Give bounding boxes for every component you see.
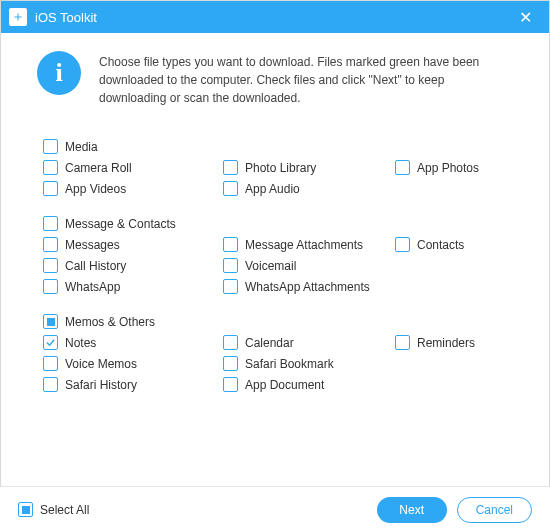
checkbox-messages[interactable] [43, 237, 58, 252]
checkbox-app-photos[interactable] [395, 160, 410, 175]
item-call-history[interactable]: Call History [43, 258, 223, 273]
item-message-attachments[interactable]: Message Attachments [223, 237, 395, 252]
label-memos-others: Memos & Others [65, 315, 155, 329]
checkbox-select-all[interactable] [18, 502, 33, 517]
group-memos-others: Memos & Others Notes Calendar Reminders … [43, 314, 507, 392]
app-icon [9, 8, 27, 26]
item-app-photos[interactable]: App Photos [395, 160, 507, 175]
info-row: i Choose file types you want to download… [1, 33, 549, 117]
label-reminders: Reminders [417, 336, 475, 350]
label-calendar: Calendar [245, 336, 294, 350]
label-notes: Notes [65, 336, 96, 350]
checkbox-contacts[interactable] [395, 237, 410, 252]
content: Media Camera Roll Photo Library App Phot… [1, 117, 549, 420]
group-header-message-contacts[interactable]: Message & Contacts [43, 216, 507, 231]
label-messages: Messages [65, 238, 120, 252]
checkbox-message-contacts[interactable] [43, 216, 58, 231]
label-app-audio: App Audio [245, 182, 300, 196]
item-reminders[interactable]: Reminders [395, 335, 507, 350]
item-app-videos[interactable]: App Videos [43, 181, 223, 196]
checkbox-safari-history[interactable] [43, 377, 58, 392]
item-safari-bookmark[interactable]: Safari Bookmark [223, 356, 395, 371]
label-media: Media [65, 140, 98, 154]
label-app-photos: App Photos [417, 161, 479, 175]
item-photo-library[interactable]: Photo Library [223, 160, 395, 175]
checkbox-media[interactable] [43, 139, 58, 154]
label-select-all: Select All [40, 503, 89, 517]
item-whatsapp-attachments[interactable]: WhatsApp Attachments [223, 279, 395, 294]
next-button[interactable]: Next [377, 497, 447, 523]
label-app-videos: App Videos [65, 182, 126, 196]
checkbox-whatsapp[interactable] [43, 279, 58, 294]
label-contacts: Contacts [417, 238, 464, 252]
checkbox-app-videos[interactable] [43, 181, 58, 196]
label-message-attachments: Message Attachments [245, 238, 363, 252]
label-app-document: App Document [245, 378, 324, 392]
item-safari-history[interactable]: Safari History [43, 377, 223, 392]
checkbox-calendar[interactable] [223, 335, 238, 350]
item-camera-roll[interactable]: Camera Roll [43, 160, 223, 175]
cancel-button[interactable]: Cancel [457, 497, 532, 523]
checkbox-app-document[interactable] [223, 377, 238, 392]
checkbox-memos-others[interactable] [43, 314, 58, 329]
label-voice-memos: Voice Memos [65, 357, 137, 371]
window-title: iOS Toolkit [35, 10, 509, 25]
item-calendar[interactable]: Calendar [223, 335, 395, 350]
label-call-history: Call History [65, 259, 126, 273]
item-app-document[interactable]: App Document [223, 377, 395, 392]
checkbox-app-audio[interactable] [223, 181, 238, 196]
item-app-audio[interactable]: App Audio [223, 181, 395, 196]
label-safari-history: Safari History [65, 378, 137, 392]
titlebar: iOS Toolkit ✕ [1, 1, 549, 33]
close-icon[interactable]: ✕ [509, 1, 541, 33]
info-text: Choose file types you want to download. … [99, 51, 513, 107]
item-contacts[interactable]: Contacts [395, 237, 507, 252]
group-header-media[interactable]: Media [43, 139, 507, 154]
group-message-contacts: Message & Contacts Messages Message Atta… [43, 216, 507, 294]
checkbox-notes[interactable] [43, 335, 58, 350]
label-safari-bookmark: Safari Bookmark [245, 357, 334, 371]
checkbox-whatsapp-attachments[interactable] [223, 279, 238, 294]
item-voice-memos[interactable]: Voice Memos [43, 356, 223, 371]
checkbox-camera-roll[interactable] [43, 160, 58, 175]
group-header-memos-others[interactable]: Memos & Others [43, 314, 507, 329]
item-notes[interactable]: Notes [43, 335, 223, 350]
footer: Select All Next Cancel [0, 486, 550, 532]
checkbox-call-history[interactable] [43, 258, 58, 273]
checkbox-voice-memos[interactable] [43, 356, 58, 371]
label-camera-roll: Camera Roll [65, 161, 132, 175]
label-whatsapp-attachments: WhatsApp Attachments [245, 280, 370, 294]
label-message-contacts: Message & Contacts [65, 217, 176, 231]
info-icon: i [37, 51, 81, 95]
item-voicemail[interactable]: Voicemail [223, 258, 395, 273]
label-photo-library: Photo Library [245, 161, 316, 175]
label-whatsapp: WhatsApp [65, 280, 120, 294]
checkbox-reminders[interactable] [395, 335, 410, 350]
checkbox-safari-bookmark[interactable] [223, 356, 238, 371]
select-all[interactable]: Select All [18, 502, 367, 517]
checkbox-voicemail[interactable] [223, 258, 238, 273]
item-messages[interactable]: Messages [43, 237, 223, 252]
group-media: Media Camera Roll Photo Library App Phot… [43, 139, 507, 196]
item-whatsapp[interactable]: WhatsApp [43, 279, 223, 294]
checkbox-message-attachments[interactable] [223, 237, 238, 252]
label-voicemail: Voicemail [245, 259, 296, 273]
checkbox-photo-library[interactable] [223, 160, 238, 175]
